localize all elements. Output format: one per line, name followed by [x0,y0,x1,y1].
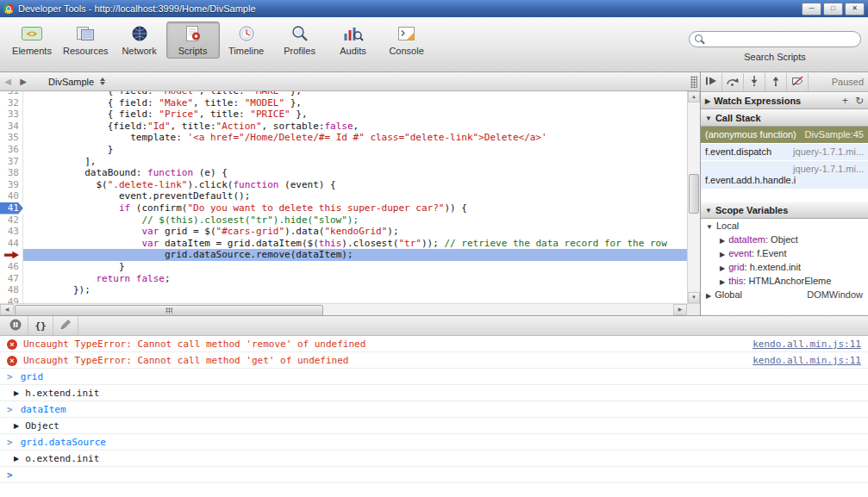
tab-profiles[interactable]: Profiles [273,22,327,59]
code-line: 44 var dataItem = grid.dataItem($(this).… [0,238,687,250]
step-into-button[interactable] [744,73,765,91]
tab-console[interactable]: Console [380,22,434,59]
refresh-watch-expressions-button[interactable]: ↻ [855,95,864,107]
step-over-icon [726,76,740,88]
line-number[interactable]: 38 [0,167,23,179]
line-number[interactable]: 32 [0,97,23,109]
scope-variable[interactable]: ▶grid: h.extend.init [701,260,868,274]
resume-button[interactable] [701,73,722,91]
call-stack-frame[interactable]: DivSample:45(anonymous function) [701,127,868,144]
console-result-row: ▶o.extend.init [0,450,868,467]
console-input-text: grid [21,371,44,382]
line-number[interactable]: 47 [0,273,23,285]
code-line: 34 {field:"Id", title:"Action", sortable… [0,121,687,133]
code-text [23,296,687,303]
console-result-text: h.extend.init [25,388,99,399]
line-number[interactable]: 49 [0,296,23,303]
line-number[interactable]: 31 [0,91,23,97]
variable-name: dataItem [728,234,765,245]
line-number[interactable]: 35 [0,132,23,144]
line-number[interactable]: 43 [0,226,23,238]
tab-scripts[interactable]: Scripts [166,22,220,59]
line-number[interactable]: 36 [0,144,23,156]
horizontal-scrollbar[interactable]: ◀ ▶ [0,303,700,315]
edit-source-button[interactable] [53,316,78,335]
breakpoint-line-number[interactable]: 41 [0,202,23,214]
code-text: } [23,261,687,273]
source-editor: 31 { field: "Model", title: "MAKE" },32 … [0,91,687,303]
navigate-forward-button[interactable]: ▶ [16,77,31,86]
tab-network[interactable]: Network [113,22,166,59]
call-stack-frame[interactable]: jquery-1.7.1.mi...f.event.dispatch [701,144,868,161]
expand-triangle-icon[interactable]: ▶ [14,389,19,397]
file-selector[interactable]: DivSample [48,77,105,87]
deactivate-breakpoints-button[interactable] [787,73,809,91]
scope-variable[interactable]: ▶dataItem: Object [701,233,868,246]
scroll-up-button[interactable]: ▲ [688,91,700,103]
console-source-link[interactable]: kendo.all.min.js:11 [742,339,861,350]
scope-variable[interactable]: ▶event: f.Event [701,246,868,260]
minimize-button[interactable]: ─ [802,3,821,16]
line-number[interactable]: 34 [0,121,23,133]
search-input[interactable] [689,31,861,47]
console-prompt[interactable]: > [0,467,868,483]
tab-audits[interactable]: Audits [327,22,380,59]
step-out-icon [771,76,781,88]
call-stack-title: Call Stack [715,113,761,123]
scroll-right-button[interactable]: ▶ [673,304,687,315]
frame-function-name: f.event.add.h.handle.i [705,175,796,185]
line-number[interactable]: 42 [0,214,23,227]
vertical-scrollbar-thumb[interactable] [689,174,699,214]
error-icon: × [7,339,17,350]
step-out-button[interactable] [765,73,787,91]
line-number[interactable]: 46 [0,261,23,273]
scope-section-local[interactable]: ▼Local [701,219,868,233]
add-watch-expression-button[interactable]: + [842,95,848,107]
file-selector-arrows-icon [100,78,105,85]
console-input-text: dataItem [21,404,66,415]
console-source-link[interactable]: kendo.all.min.js:11 [742,355,861,366]
scope-section-global[interactable]: DOMWindow▶Global [701,288,868,301]
watch-expressions-header[interactable]: ▶ Watch Expressions + ↻ [701,92,868,109]
execution-line-number[interactable]: 45 [0,249,23,261]
console-input-text: grid.dataSource [21,437,106,448]
expand-triangle-icon[interactable]: ▶ [14,422,19,430]
variable-value: Object [771,234,798,245]
call-stack-list: DivSample:45(anonymous function)jquery-1… [701,127,868,189]
line-number[interactable]: 44 [0,238,23,250]
navigate-back-button[interactable]: ◀ [0,77,16,86]
frame-location: DivSample:45 [805,129,864,140]
maximize-button[interactable]: □ [823,3,843,16]
code-text: var grid = $("#cars-grid").data("kendoGr… [23,226,687,238]
scroll-left-button[interactable]: ◀ [0,304,14,315]
pause-on-exceptions-button[interactable] [3,316,28,335]
variable-name: event [728,248,752,258]
tab-timeline[interactable]: Timeline [220,22,273,59]
close-button[interactable]: ✕ [845,3,865,16]
line-number[interactable]: 48 [0,284,23,296]
error-message-text: Uncaught TypeError: Cannot call method '… [23,339,365,350]
close-icon: ✕ [852,4,858,12]
code-line: 48 }); [0,284,687,296]
call-stack-header[interactable]: ▼ Call Stack [701,109,868,127]
pretty-print-button[interactable]: {} [28,316,53,335]
code-text: event.preventDefault(); [23,190,687,202]
scroll-down-button[interactable]: ▼ [688,292,700,303]
call-stack-frame[interactable]: jquery-1.7.1.mi...f.event.add.h.handle.i [701,161,868,189]
step-over-button[interactable] [722,73,744,91]
timeline-icon [224,25,269,44]
code-line: 43 var grid = $("#cars-grid").data("kend… [0,226,687,238]
scope-variable[interactable]: ▶this: HTMLAnchorEleme [701,274,868,288]
line-number[interactable]: 40 [0,190,23,202]
line-number[interactable]: 37 [0,156,23,168]
vertical-scrollbar[interactable]: ▲ ▼ [687,91,700,303]
line-number[interactable]: 39 [0,179,23,191]
expand-triangle-icon[interactable]: ▶ [14,455,19,463]
title-bar: Developer Tools - http://localhost:3999/… [0,0,868,18]
tab-resources[interactable]: Resources [59,22,113,59]
tab-elements[interactable]: <>Elements [5,22,59,59]
line-number[interactable]: 33 [0,109,23,121]
code-text: { field: "Model", title: "MAKE" }, [23,91,687,97]
panel-splitter-handle[interactable] [690,76,697,88]
scope-variables-header[interactable]: ▼ Scope Variables [701,202,868,219]
